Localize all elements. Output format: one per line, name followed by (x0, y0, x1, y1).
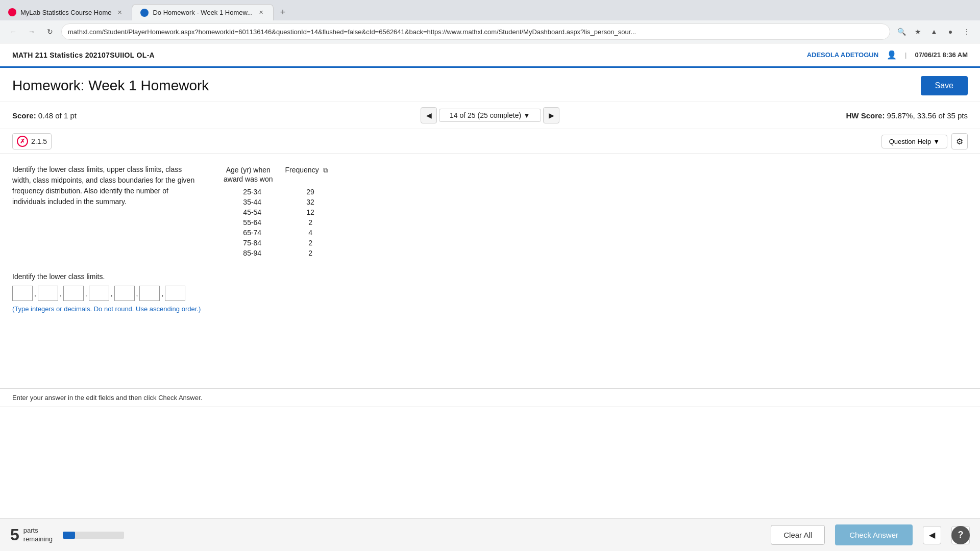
app-header: MATH 211 Statistics 202107SUIIOL OL-A AD… (0, 43, 980, 68)
score-left: Score: 0.48 of 1 pt (12, 111, 421, 120)
chevron-down-icon: ▼ (933, 138, 940, 145)
frequency-table: Age (yr) when award was won Frequency ⧉ … (222, 164, 338, 258)
table-cell-frequency: 2 (283, 248, 338, 258)
answer-input-4[interactable] (89, 286, 109, 301)
search-icon[interactable]: 🔍 (894, 24, 909, 39)
hw-score-right: HW Score: 95.87%, 33.56 of 35 pts (559, 111, 968, 120)
table-cell-range: 75-84 (222, 238, 283, 248)
back-button[interactable]: ← (6, 24, 20, 39)
question-number: 2.1.5 (31, 137, 47, 145)
help-icon: ? (958, 530, 964, 540)
tab-favicon-mylab (8, 8, 16, 16)
tab-close-mathxl[interactable]: ✕ (257, 9, 265, 17)
help-button[interactable]: ? (951, 526, 970, 544)
input-separator: , (136, 289, 139, 297)
browser-chrome: MyLab Statistics Course Home ✕ Do Homewo… (0, 0, 980, 43)
score-bar: Score: 0.48 of 1 pt ◀ 14 of 25 (25 compl… (0, 102, 980, 129)
app-title: MATH 211 Statistics 202107SUIIOL OL-A (12, 51, 155, 59)
settings-button[interactable]: ⚙ (951, 133, 968, 149)
tab-mylab-label: MyLab Statistics Course Home (20, 9, 111, 16)
user-icon: 👤 (887, 50, 897, 60)
table-col2-header: Frequency ⧉ (283, 164, 338, 187)
hw-score-label: HW Score: (846, 111, 885, 120)
reload-button[interactable]: ↻ (43, 24, 57, 39)
input-separator: , (161, 289, 164, 297)
progress-text: 14 of 25 (25 complete) (450, 111, 521, 119)
hw-title: Homework: Week 1 Homework (12, 78, 209, 94)
score-nav: ◀ 14 of 25 (25 complete) ▼ ▶ (421, 107, 559, 123)
question-help-button[interactable]: Question Help ▼ (881, 135, 947, 148)
table-cell-range: 65-74 (222, 228, 283, 238)
extension-icon[interactable]: ▲ (927, 24, 941, 39)
tab-mathxl-label: Do Homework - Week 1 Homew... (153, 9, 253, 16)
address-bar: ← → ↻ mathxl.com/Student/PlayerHomework.… (0, 20, 980, 43)
table-row: 35-44 32 (222, 197, 338, 207)
table-cell-frequency: 4 (283, 228, 338, 238)
forward-button[interactable]: → (24, 24, 39, 39)
answer-input-7[interactable] (165, 286, 185, 301)
user-info: ADESOLA ADETOGUN 👤 | 07/06/21 8:36 AM (807, 50, 968, 60)
hw-score-value: 95.87%, 33.56 of 35 pts (887, 111, 968, 120)
datetime: 07/06/21 8:36 AM (915, 51, 968, 59)
table-col1-header: Age (yr) when award was won (222, 164, 283, 187)
tab-bar: MyLab Statistics Course Home ✕ Do Homewo… (0, 0, 980, 20)
account-icon[interactable]: ● (943, 24, 958, 39)
table-cell-frequency: 2 (283, 238, 338, 248)
table-cell-frequency: 29 (283, 187, 338, 197)
table-cell-range: 35-44 (222, 197, 283, 207)
question-description: Identify the lower class limits, upper c… (12, 164, 968, 258)
user-name: ADESOLA ADETOGUN (807, 51, 878, 59)
check-answer-button[interactable]: Check Answer (835, 524, 913, 545)
input-separator: , (34, 289, 37, 297)
table-cell-range: 25-34 (222, 187, 283, 197)
sub-question: Identify the lower class limits. ,,,,,, … (12, 272, 968, 313)
question-number-badge: ✗ 2.1.5 (12, 133, 52, 149)
table-cell-frequency: 2 (283, 217, 338, 228)
table-cell-frequency: 12 (283, 207, 338, 217)
bottom-bar: 5 parts remaining Clear All Check Answer… (0, 518, 980, 551)
input-separator: , (59, 289, 62, 297)
url-bar[interactable]: mathxl.com/Student/PlayerHomework.aspx?h… (61, 23, 890, 40)
parts-number: 5 (10, 525, 19, 544)
tab-mylab[interactable]: MyLab Statistics Course Home ✕ (0, 4, 132, 20)
new-tab-button[interactable]: + (276, 5, 290, 19)
input-hint: (Type integers or decimals. Do not round… (12, 305, 968, 313)
progress-bar-fill (63, 532, 75, 539)
browser-icons: 🔍 ★ ▲ ● ⋮ (894, 24, 974, 39)
incorrect-icon: ✗ (17, 136, 28, 147)
save-button[interactable]: Save (921, 76, 968, 95)
answer-input-5[interactable] (114, 286, 135, 301)
tab-mathxl[interactable]: Do Homework - Week 1 Homew... ✕ (132, 4, 274, 20)
question-content: Identify the lower class limits, upper c… (0, 154, 980, 389)
table-row: 85-94 2 (222, 248, 338, 258)
question-header: ✗ 2.1.5 Question Help ▼ ⚙ (0, 129, 980, 154)
gear-icon: ⚙ (956, 137, 963, 146)
hw-header: Homework: Week 1 Homework Save (0, 68, 980, 102)
progress-bar (63, 532, 124, 539)
menu-icon[interactable]: ⋮ (960, 24, 974, 39)
parts-remaining: 5 parts remaining (10, 525, 53, 544)
tab-close-mylab[interactable]: ✕ (115, 8, 124, 16)
answer-input-2[interactable] (38, 286, 58, 301)
table-row: 25-34 29 (222, 187, 338, 197)
next-question-button[interactable]: ▶ (543, 107, 559, 123)
clear-all-button[interactable]: Clear All (771, 525, 825, 545)
score-value: 0.48 of 1 pt (38, 111, 77, 120)
table-row: 75-84 2 (222, 238, 338, 248)
bottom-prev-button[interactable]: ◀ (923, 526, 941, 544)
table-cell-range: 85-94 (222, 248, 283, 258)
answer-input-3[interactable] (63, 286, 84, 301)
table-cell-frequency: 32 (283, 197, 338, 207)
url-text: mathxl.com/Student/PlayerHomework.aspx?h… (68, 28, 636, 36)
parts-text: parts remaining (23, 527, 53, 544)
bookmark-icon[interactable]: ★ (911, 24, 925, 39)
answer-input-1[interactable] (12, 286, 33, 301)
question-text: Identify the lower class limits, upper c… (12, 164, 201, 258)
sub-question-label: Identify the lower class limits. (12, 272, 968, 281)
prev-question-button[interactable]: ◀ (421, 107, 437, 123)
answer-input-6[interactable] (139, 286, 160, 301)
question-help-label: Question Help (889, 138, 931, 145)
copy-icon[interactable]: ⧉ (323, 166, 328, 175)
table-row: 45-54 12 (222, 207, 338, 217)
progress-dropdown[interactable]: 14 of 25 (25 complete) ▼ (439, 109, 541, 122)
